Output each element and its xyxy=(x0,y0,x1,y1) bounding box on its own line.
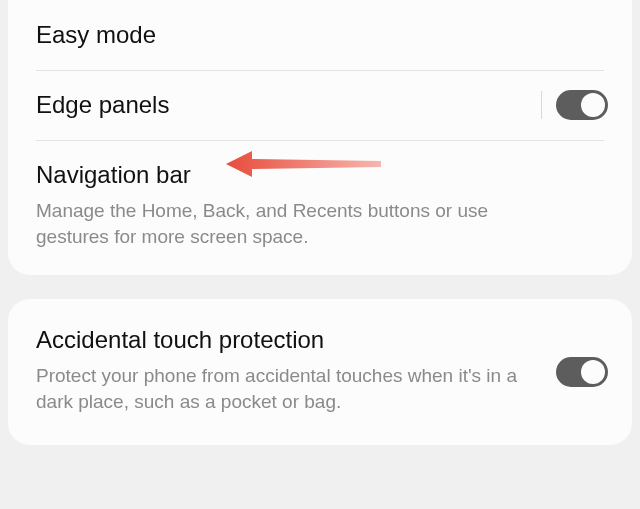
toggle-knob xyxy=(581,360,605,384)
toggle-knob xyxy=(581,93,605,117)
settings-group-2: Accidental touch protection Protect your… xyxy=(8,299,632,444)
accidental-touch-toggle[interactable] xyxy=(556,357,608,387)
row-description: Manage the Home, Back, and Recents butto… xyxy=(36,198,536,249)
row-title: Edge panels xyxy=(36,90,522,120)
settings-row-navigation-bar[interactable]: Navigation bar Manage the Home, Back, an… xyxy=(8,140,632,275)
settings-group-1: Easy mode Edge panels Navigation bar Man… xyxy=(8,0,632,275)
group-gap xyxy=(0,275,640,299)
row-title: Navigation bar xyxy=(36,160,604,190)
divider xyxy=(541,91,542,119)
row-description: Protect your phone from accidental touch… xyxy=(36,363,522,414)
toggle-wrap xyxy=(556,357,608,387)
settings-row-accidental-touch[interactable]: Accidental touch protection Protect your… xyxy=(8,299,632,444)
toggle-wrap xyxy=(541,90,608,120)
settings-row-edge-panels[interactable]: Edge panels xyxy=(8,70,632,140)
settings-row-easy-mode[interactable]: Easy mode xyxy=(8,0,632,70)
row-title: Accidental touch protection xyxy=(36,325,522,355)
edge-panels-toggle[interactable] xyxy=(556,90,608,120)
row-title: Easy mode xyxy=(36,20,604,50)
